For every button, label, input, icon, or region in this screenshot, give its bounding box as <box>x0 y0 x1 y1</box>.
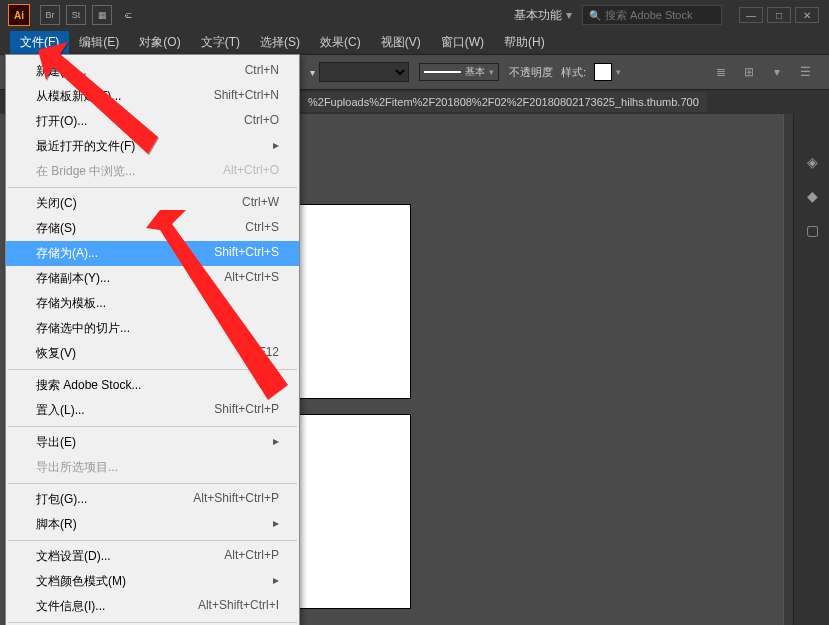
annotation-arrow-1 <box>28 42 168 162</box>
menu-item-shortcut: Shift+Ctrl+N <box>214 88 279 105</box>
menu-item-label: 文件信息(I)... <box>36 598 105 615</box>
menu-item-shortcut: Alt+Ctrl+O <box>223 163 279 180</box>
align-icon[interactable]: ≣ <box>709 60 733 84</box>
dropdown-caret-icon[interactable]: ▾ <box>616 67 621 77</box>
opacity-label: 不透明度 <box>509 65 553 80</box>
dropdown-caret-icon[interactable]: ▾ <box>310 67 315 78</box>
menu-item-label: 存储为(A)... <box>36 245 98 262</box>
layers-panel-icon[interactable]: ◆ <box>796 180 828 212</box>
title-bar: Ai Br St ▦ ⪽ 基本功能 🔍 — □ ✕ <box>0 0 829 30</box>
menu-item-shortcut: ▸ <box>273 138 279 155</box>
menu-item-shortcut: Ctrl+O <box>244 113 279 130</box>
menu-item[interactable]: 文档颜色模式(M)▸ <box>6 569 299 594</box>
menu-separator <box>8 483 297 484</box>
bridge-icon[interactable]: Br <box>40 5 60 25</box>
menu-separator <box>8 622 297 623</box>
annotation-arrow-2 <box>138 200 298 400</box>
menu-item-label: 存储副本(Y)... <box>36 270 110 287</box>
menu-window[interactable]: 窗口(W) <box>431 31 494 54</box>
menu-separator <box>8 187 297 188</box>
menu-item[interactable]: 文件信息(I)...Alt+Shift+Ctrl+I <box>6 594 299 619</box>
menu-view[interactable]: 视图(V) <box>371 31 431 54</box>
workspace-switcher[interactable]: 基本功能 <box>514 7 572 24</box>
menu-item-label: 文档颜色模式(M) <box>36 573 126 590</box>
menu-item-shortcut: Alt+Shift+Ctrl+P <box>193 491 279 508</box>
menu-item-label: 存储(S) <box>36 220 76 237</box>
menu-item-shortcut: ▸ <box>273 516 279 533</box>
stroke-style-select[interactable]: 基本 ▾ <box>419 63 499 81</box>
document-tab[interactable]: %2Fuploads%2Fitem%2F201808%2F02%2F201808… <box>300 92 707 112</box>
menu-item[interactable]: 文档设置(D)...Alt+Ctrl+P <box>6 544 299 569</box>
panel-collapse-strip[interactable] <box>783 114 793 625</box>
menu-item-label: 文档设置(D)... <box>36 548 111 565</box>
stroke-weight-select[interactable] <box>319 62 409 82</box>
gpu-icon[interactable]: ⪽ <box>118 5 138 25</box>
menu-item-label: 存储选中的切片... <box>36 320 130 337</box>
menu-item-label: 恢复(V) <box>36 345 76 362</box>
menu-item-shortcut: Shift+Ctrl+P <box>214 402 279 419</box>
close-button[interactable]: ✕ <box>795 7 819 23</box>
menu-item[interactable]: 脚本(R)▸ <box>6 512 299 537</box>
search-input[interactable] <box>605 9 715 21</box>
menu-help[interactable]: 帮助(H) <box>494 31 555 54</box>
properties-panel-icon[interactable]: ◈ <box>796 146 828 178</box>
maximize-button[interactable]: □ <box>767 7 791 23</box>
menu-item-label: 关闭(C) <box>36 195 77 212</box>
menu-separator <box>8 426 297 427</box>
svg-marker-0 <box>38 42 158 154</box>
arrange-icon[interactable]: ▦ <box>92 5 112 25</box>
menu-item-label: 存储为模板... <box>36 295 106 312</box>
menu-effect[interactable]: 效果(C) <box>310 31 371 54</box>
menu-separator <box>8 540 297 541</box>
menu-item[interactable]: 置入(L)...Shift+Ctrl+P <box>6 398 299 423</box>
style-label: 样式: <box>561 65 586 80</box>
menu-item-shortcut: Alt+Shift+Ctrl+I <box>198 598 279 615</box>
transform-icon[interactable]: ⊞ <box>737 60 761 84</box>
menu-item-shortcut: ▸ <box>273 434 279 451</box>
menu-select[interactable]: 选择(S) <box>250 31 310 54</box>
menu-item-label: 脚本(R) <box>36 516 77 533</box>
menu-item-label: 搜索 Adobe Stock... <box>36 377 141 394</box>
menu-item[interactable]: 打包(G)...Alt+Shift+Ctrl+P <box>6 487 299 512</box>
menu-item: 在 Bridge 中浏览...Alt+Ctrl+O <box>6 159 299 184</box>
menu-item-shortcut: Ctrl+N <box>245 63 279 80</box>
app-icon: Ai <box>8 4 30 26</box>
menu-item: 导出所选项目... <box>6 455 299 480</box>
menu-item-shortcut: Alt+Ctrl+P <box>224 548 279 565</box>
isolate-icon[interactable]: ▾ <box>765 60 789 84</box>
panels-dock: ◈ ◆ ▢ <box>793 114 829 625</box>
artboards-panel-icon[interactable]: ▢ <box>796 214 828 246</box>
menu-item-label: 导出所选项目... <box>36 459 118 476</box>
menu-item-label: 置入(L)... <box>36 402 85 419</box>
search-stock-box[interactable]: 🔍 <box>582 5 722 25</box>
menu-item-label: 导出(E) <box>36 434 76 451</box>
menu-item-label: 打包(G)... <box>36 491 87 508</box>
menu-item[interactable]: 导出(E)▸ <box>6 430 299 455</box>
svg-marker-1 <box>146 210 288 400</box>
style-swatch[interactable] <box>594 63 612 81</box>
menu-item-shortcut: ▸ <box>273 573 279 590</box>
minimize-button[interactable]: — <box>739 7 763 23</box>
menu-type[interactable]: 文字(T) <box>191 31 250 54</box>
search-icon: 🔍 <box>589 10 601 21</box>
menu-item-label: 在 Bridge 中浏览... <box>36 163 135 180</box>
options-icon[interactable]: ☰ <box>793 60 817 84</box>
stock-icon[interactable]: St <box>66 5 86 25</box>
